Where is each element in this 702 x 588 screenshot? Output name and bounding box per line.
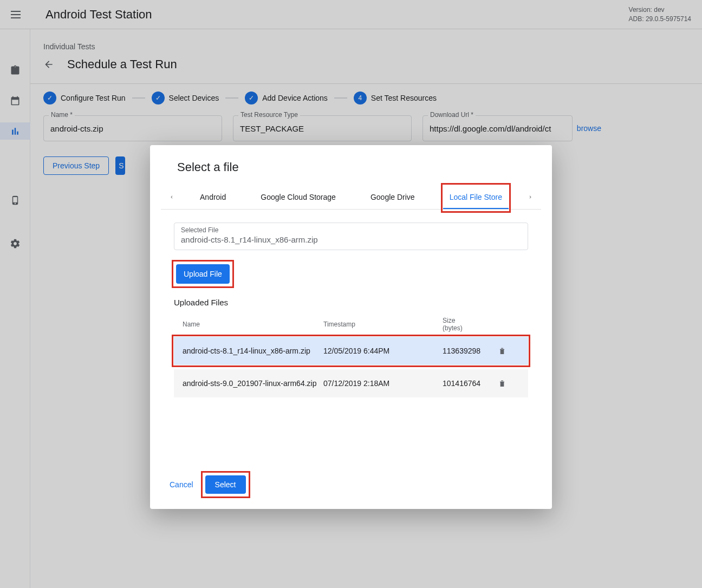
delete-icon[interactable] — [491, 379, 513, 388]
uploaded-files-table: Name Timestamp Size(bytes) android-cts-8… — [174, 312, 528, 397]
dialog-title: Select a file — [161, 160, 541, 174]
tab-scroll-left[interactable] — [161, 188, 183, 206]
col-size: Size(bytes) — [443, 317, 491, 332]
delete-icon[interactable] — [491, 347, 513, 355]
tab-drive[interactable]: Google Drive — [364, 185, 421, 209]
tab-gcs[interactable]: Google Cloud Storage — [254, 185, 342, 209]
file-timestamp: 12/05/2019 6:44PM — [323, 347, 443, 355]
modal-overlay: Select a file Android Google Cloud Stora… — [0, 0, 702, 588]
col-timestamp: Timestamp — [323, 321, 443, 328]
selected-file-field[interactable]: Selected File android-cts-8.1_r14-linux_… — [174, 223, 528, 250]
file-name: android-cts-8.1_r14-linux_x86-arm.zip — [183, 347, 323, 355]
file-row[interactable]: android-cts-8.1_r14-linux_x86-arm.zip 12… — [174, 337, 528, 365]
select-file-dialog: Select a file Android Google Cloud Stora… — [150, 145, 552, 509]
file-size: 113639298 — [443, 347, 491, 355]
select-button[interactable]: Select — [205, 475, 246, 494]
tab-scroll-right[interactable] — [519, 188, 541, 206]
upload-file-button[interactable]: Upload File — [176, 264, 230, 284]
selected-file-label: Selected File — [181, 226, 521, 234]
uploaded-files-heading: Uploaded Files — [174, 298, 541, 307]
file-row[interactable]: android-sts-9.0_201907-linux-arm64.zip 0… — [174, 369, 528, 397]
file-size: 101416764 — [443, 379, 491, 388]
selected-file-value: android-cts-8.1_r14-linux_x86-arm.zip — [181, 235, 521, 244]
file-name: android-sts-9.0_201907-linux-arm64.zip — [183, 379, 323, 388]
cancel-button[interactable]: Cancel — [170, 480, 193, 489]
col-name: Name — [183, 321, 323, 328]
tab-local-file-store[interactable]: Local File Store — [443, 185, 509, 209]
tab-android[interactable]: Android — [193, 185, 232, 209]
file-timestamp: 07/12/2019 2:18AM — [323, 379, 443, 388]
